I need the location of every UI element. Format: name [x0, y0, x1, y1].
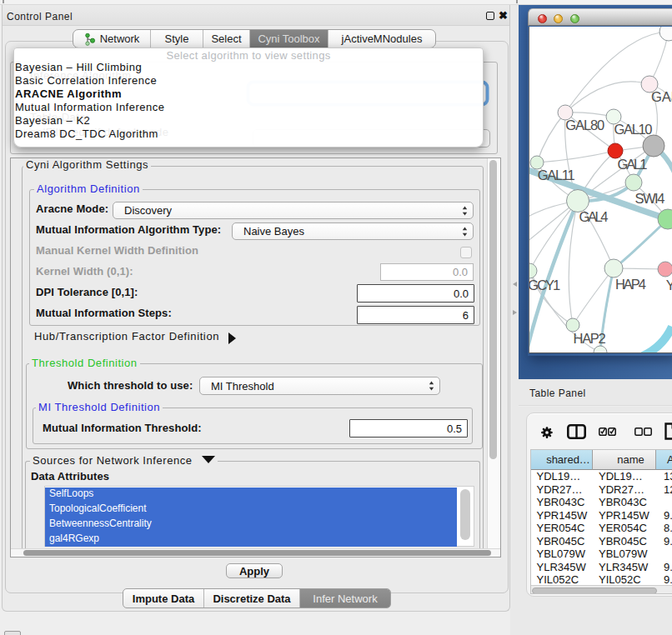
tab-jactivemnodules[interactable]: jActiveMNodules [328, 30, 435, 48]
table-cell-name[interactable]: YPR145W [599, 509, 649, 522]
table-cell-shared-name[interactable]: YBL079W [537, 548, 586, 560]
table-panel-area: shared… name A YDL19…YDL19…13YDR27…YDR27… [519, 407, 672, 635]
control-panel-title: Control Panel [7, 11, 73, 22]
table-cell-value[interactable]: 12 [664, 483, 672, 496]
divider-collapse-left-icon[interactable] [513, 282, 517, 287]
manual-kernel-checkbox[interactable] [460, 247, 472, 258]
tab-infer-network[interactable]: Infer Network [300, 589, 390, 608]
network-window-titlebar[interactable] [528, 8, 672, 26]
tab-label: jActiveMNodules [342, 32, 423, 45]
list-item[interactable]: TopologicalCoefficient [49, 502, 147, 514]
horizontal-scrollbar-thumb[interactable] [23, 550, 491, 556]
zoom-traffic-light[interactable] [570, 14, 579, 23]
document-icon[interactable] [664, 422, 672, 440]
table-cell-name[interactable]: YER054C [599, 522, 647, 534]
network-graph: GAL80 GAL10 GAL1 GAL11 SWI4 GAL4 GCY1 HA… [529, 27, 672, 353]
unchecked-boxes-icon[interactable] [634, 428, 652, 436]
mi-threshold-field[interactable]: 0.5 [349, 419, 468, 438]
float-window-icon[interactable] [486, 12, 494, 20]
table-cell-shared-name[interactable]: YBR045C [537, 535, 585, 548]
gear-icon[interactable] [540, 426, 554, 439]
table-cell-value[interactable]: 9. [664, 561, 672, 573]
network-node-gcy1[interactable] [529, 263, 537, 278]
list-scrollbar-thumb[interactable] [460, 489, 470, 540]
table-panel-titlebar[interactable]: Table Panel [519, 379, 672, 406]
mi-steps-field[interactable]: 6 [357, 306, 474, 324]
combo-arrows-icon [462, 227, 468, 237]
checked-boxes-icon[interactable] [599, 428, 616, 436]
bottom-tabs: Impute Data Discretize Data Infer Networ… [123, 588, 391, 608]
list-item[interactable]: SelfLoops [49, 488, 93, 499]
table-hscrollbar-thumb[interactable] [532, 588, 657, 594]
table-cell-name[interactable]: YBL079W [599, 548, 648, 560]
network-node-hap2[interactable] [566, 318, 579, 332]
table-cell-shared-name[interactable]: YIL052C [537, 573, 579, 586]
split-columns-icon[interactable] [567, 424, 586, 439]
hub-definition-label[interactable]: Hub/Transcription Factor Definition [34, 330, 219, 342]
table-cell-value[interactable]: 13 [664, 470, 672, 482]
table-cell-value[interactable]: 9. [664, 509, 672, 522]
data-attributes-list[interactable]: SelfLoops TopologicalCoefficient Between… [44, 486, 474, 547]
kernel-width-label: Kernel Width (0,1): [36, 265, 133, 278]
expand-right-icon[interactable] [228, 332, 236, 344]
node-label-gal-cut: GAL [651, 89, 672, 104]
kernel-width-field[interactable]: 0.0 [380, 263, 474, 281]
table-cell-name[interactable]: YLR345W [599, 561, 648, 573]
control-panel-titlebar[interactable]: Control Panel ✖ [3, 5, 509, 26]
close-traffic-light[interactable] [538, 14, 547, 23]
column-header-cut[interactable]: A [656, 450, 672, 470]
mi-type-combo[interactable]: Naive Bayes [232, 222, 474, 240]
table-cell-value[interactable]: 9. [664, 573, 672, 586]
divider-collapse-right-icon[interactable] [513, 310, 517, 315]
table-cell-shared-name[interactable]: YDR27… [537, 483, 583, 496]
table-hscrollbar-track[interactable] [531, 585, 672, 594]
table-cell-value[interactable]: 8. [664, 522, 672, 534]
network-node-gal10[interactable] [643, 135, 664, 157]
network-node-swi4[interactable] [625, 174, 642, 191]
dpi-tolerance-field[interactable]: 0.0 [357, 284, 474, 302]
apply-button[interactable]: Apply [226, 563, 283, 578]
network-canvas[interactable]: GAL80 GAL10 GAL1 GAL11 SWI4 GAL4 GCY1 HA… [529, 27, 672, 353]
aracne-mode-combo[interactable]: Discovery [113, 202, 474, 219]
tab-select[interactable]: Select [203, 30, 250, 48]
sources-group-title[interactable]: Sources for Network Inference [30, 454, 218, 467]
table-cell-shared-name[interactable]: YDL19… [537, 470, 581, 482]
table-cell-name[interactable]: YIL052C [599, 573, 641, 586]
table-cell-name[interactable]: YBR043C [599, 496, 647, 508]
network-edge-cyan [643, 327, 672, 353]
table-cell-shared-name[interactable]: YPR145W [537, 509, 588, 522]
panel-minimize-button[interactable] [4, 631, 21, 635]
table-cell-shared-name[interactable]: YLR345W [537, 561, 586, 573]
list-item[interactable]: BetweennessCentrality [49, 518, 152, 529]
dropdown-item-aracne[interactable]: ARACNE Algorithm [15, 88, 122, 100]
node-label-hap4: HAP4 [615, 277, 646, 292]
ghost-inference-algorithm-label: Inference Algorithm [30, 69, 132, 82]
tab-discretize-data[interactable]: Discretize Data [204, 589, 300, 608]
tab-impute-data[interactable]: Impute Data [123, 589, 204, 608]
list-item[interactable]: gal4RGexp [49, 532, 99, 544]
column-header-shared-name[interactable]: shared… [531, 450, 593, 470]
column-header-name[interactable]: name [593, 450, 656, 470]
network-node-y-cut[interactable] [658, 262, 672, 277]
node-attribute-table: shared… name A YDL19…YDL19…13YDR27…YDR27… [530, 449, 672, 594]
node-label-swi4: SWI4 [634, 191, 664, 206]
column-label: shared… [546, 453, 590, 466]
tab-cyni-toolbox[interactable]: Cyni Toolbox [250, 30, 328, 48]
tab-network[interactable]: Network [73, 30, 151, 48]
tab-style[interactable]: Style [151, 30, 203, 48]
table-cell-value[interactable]: 9. [664, 535, 672, 548]
table-cell-name[interactable]: YBR045C [599, 535, 647, 548]
network-node-bottom[interactable] [594, 346, 607, 353]
which-threshold-combo[interactable]: MI Threshold [199, 377, 440, 395]
network-node-hap4[interactable] [604, 259, 623, 278]
table-cell-shared-name[interactable]: YBR043C [537, 496, 585, 508]
tab-label: Style [165, 32, 189, 45]
split-divider[interactable] [510, 5, 519, 635]
table-cell-shared-name[interactable]: YER054C [537, 522, 585, 534]
minimize-traffic-light[interactable] [554, 14, 563, 23]
table-cell-name[interactable]: YDL19… [599, 470, 643, 482]
vertical-scrollbar-thumb[interactable] [489, 160, 497, 459]
network-node-top-right[interactable] [659, 27, 672, 41]
table-cell-name[interactable]: YDR27… [599, 483, 644, 496]
close-icon[interactable]: ✖ [499, 9, 508, 22]
